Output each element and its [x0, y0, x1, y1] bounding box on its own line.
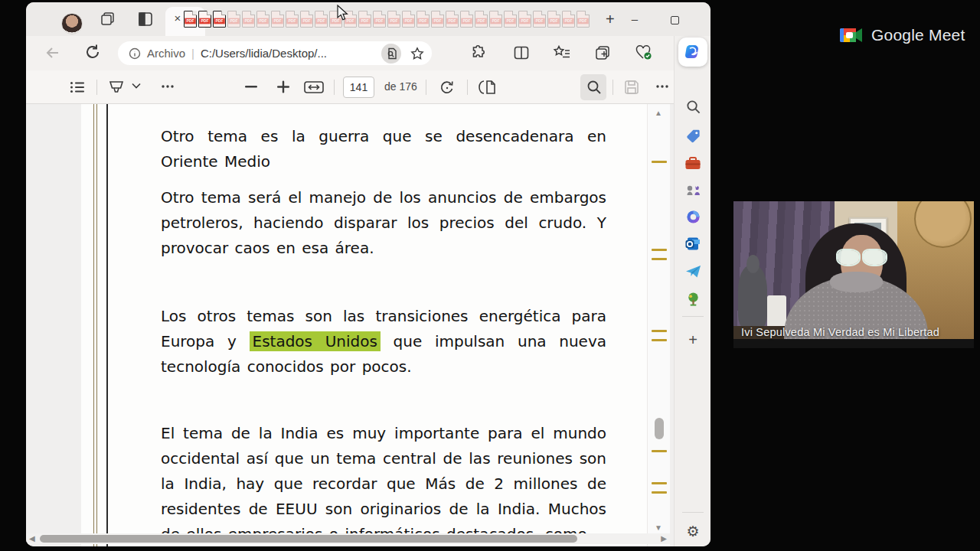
pdf-tab-icon[interactable]: PDF	[184, 11, 197, 28]
zoom-out-icon[interactable]	[245, 86, 257, 88]
new-tab-button[interactable]: +	[606, 11, 615, 28]
pdf-tab-icon[interactable]: PDF	[431, 11, 444, 28]
pdf-tab-icon[interactable]: PDF	[416, 11, 430, 28]
pdf-tab-icon[interactable]: PDF	[198, 11, 211, 28]
browser-essentials-icon[interactable]	[635, 44, 653, 61]
pdf-tab-icon[interactable]: PDF	[446, 11, 459, 28]
copilot-button[interactable]	[678, 37, 707, 67]
paragraph: Los otros temas son las transiciones ene…	[161, 304, 606, 380]
scroll-left-icon[interactable]: ◀	[29, 534, 35, 543]
pdf-toolbar: 141 de 176	[26, 70, 674, 104]
more-tools-icon[interactable]	[161, 84, 175, 89]
pdf-viewer: Otro tema es la guerra que se desencaden…	[26, 104, 674, 546]
pdf-tab-icon[interactable]: PDF	[242, 11, 255, 28]
zoom-in-icon[interactable]	[277, 80, 290, 93]
search-result-marker	[652, 339, 667, 341]
address-row: Archivo | C:/Users/lidia/Desktop/...	[26, 36, 674, 70]
page-margin-line	[96, 104, 97, 546]
sidebar-divider	[682, 512, 704, 513]
pdf-tab-icon[interactable]: PDF	[402, 11, 415, 28]
pdf-tab-icon[interactable]: PDF	[300, 11, 313, 28]
tab-actions-icon[interactable]	[594, 44, 611, 61]
pdf-tab-icon[interactable]: PDF	[533, 11, 546, 28]
close-button[interactable]: ×	[706, 12, 710, 28]
document-text: Otro tema es la guerra que se desencaden…	[161, 124, 606, 546]
refresh-icon[interactable]	[84, 44, 101, 60]
maximize-button[interactable]	[666, 14, 683, 27]
horizontal-scroll-thumb[interactable]	[40, 535, 577, 543]
page-view-icon[interactable]	[478, 79, 498, 96]
pdf-tab-icon[interactable]: PDF	[518, 11, 531, 28]
back-icon[interactable]	[44, 44, 61, 61]
split-screen-icon[interactable]	[513, 44, 530, 61]
minimize-button[interactable]: –	[626, 12, 643, 25]
document-page: Otro tema es la guerra que se desencaden…	[81, 104, 647, 546]
pdf-search-icon[interactable]	[586, 79, 603, 96]
sidebar-microsoft365-icon[interactable]	[675, 209, 710, 225]
toc-icon[interactable]	[69, 79, 86, 96]
search-result-marker	[652, 491, 667, 494]
page-number-input[interactable]: 141	[343, 77, 374, 98]
tab-groups-icon[interactable]	[100, 11, 116, 27]
scroll-down-icon[interactable]: ▼	[655, 523, 662, 532]
pdf-tab-icon[interactable]: PDF	[547, 11, 560, 28]
scroll-up-icon[interactable]: ▲	[655, 109, 662, 117]
pdf-tab-icon[interactable]: PDF	[358, 11, 371, 28]
settings-gear-icon[interactable]: ⚙	[675, 523, 710, 540]
vertical-scrollbar[interactable]: ▲ ▼	[647, 104, 670, 546]
paragraph: Otro tema será el manejo de los anuncios…	[161, 185, 606, 261]
tab-close-icon[interactable]: ×	[171, 11, 185, 24]
pdf-tab-icon[interactable]: PDF	[460, 11, 473, 28]
pdf-tab-icon[interactable]: PDF	[213, 11, 226, 28]
search-in-page-icon[interactable]	[381, 44, 401, 64]
collections-icon[interactable]	[553, 44, 571, 61]
url-text[interactable]: C:/Users/lidia/Desktop/...	[201, 47, 327, 60]
pdf-tab-icon[interactable]: PDF	[475, 11, 488, 28]
pdf-tab-icon[interactable]: PDF	[315, 11, 328, 28]
browser-window: × PDFPDFPDFPDFPDFPDFPDFPDFPDFPDFPDFPDFPD…	[26, 2, 710, 546]
extensions-icon[interactable]	[470, 44, 487, 61]
pdf-tab-icon[interactable]: PDF	[504, 11, 517, 28]
horizontal-scrollbar[interactable]: ◀ ▶	[26, 533, 670, 544]
pdf-tab-icon[interactable]: PDF	[373, 11, 386, 28]
sidebar-outlook-icon[interactable]	[675, 236, 710, 252]
favorite-star-icon[interactable]	[407, 44, 427, 64]
save-icon[interactable]	[623, 79, 640, 96]
sidebar-msn-tree-icon[interactable]	[675, 291, 710, 307]
search-result-marker	[652, 258, 667, 260]
pdf-tab-icon[interactable]: PDF	[387, 11, 400, 28]
address-bar[interactable]: Archivo | C:/Users/lidia/Desktop/...	[118, 41, 432, 65]
sidebar-shopping-icon[interactable]	[675, 128, 710, 144]
fit-width-icon[interactable]	[303, 79, 325, 96]
sidebar-messaging-icon[interactable]	[675, 263, 710, 279]
sidebar-divider	[682, 316, 704, 317]
info-icon[interactable]	[129, 47, 141, 60]
highlighter-icon[interactable]	[107, 79, 126, 96]
sidebar-games-icon[interactable]	[675, 182, 710, 198]
bottle	[767, 295, 786, 328]
pdf-tab-icon[interactable]: PDF	[577, 11, 590, 28]
pdf-tab-icon[interactable]: PDF	[227, 11, 240, 28]
pdf-tab-icon[interactable]: PDF	[489, 11, 502, 28]
sidebar-add-icon[interactable]: +	[675, 331, 710, 349]
vertical-tabs-icon[interactable]	[138, 11, 153, 27]
pdf-tab-icon[interactable]: PDF	[562, 11, 575, 28]
search-result-marker	[652, 482, 667, 484]
vertical-scroll-thumb[interactable]	[655, 418, 664, 439]
rotate-icon[interactable]	[438, 79, 456, 97]
tab-strip: × PDFPDFPDFPDFPDFPDFPDFPDFPDFPDFPDFPDFPD…	[26, 2, 710, 36]
pdf-tab-icon[interactable]: PDF	[256, 11, 270, 28]
participant-video[interactable]: Ivi Sepulveda Mi Verdad es Mi Libertad	[733, 201, 974, 348]
pdf-tab-icon[interactable]: PDF	[271, 11, 284, 28]
scheme-label: Archivo	[147, 47, 185, 60]
sidebar-tools-icon[interactable]	[675, 155, 710, 171]
scroll-right-icon[interactable]: ▶	[661, 534, 667, 543]
sweater-collar	[830, 272, 883, 292]
pdf-more-icon[interactable]	[655, 84, 669, 89]
sidebar-search-icon[interactable]	[675, 99, 710, 115]
pdf-tab-icon[interactable]: PDF	[286, 11, 299, 28]
chevron-down-icon[interactable]	[132, 83, 141, 89]
profile-avatar[interactable]	[61, 13, 83, 34]
mouse-cursor	[337, 5, 349, 21]
paragraph: El tema de la India es muy importante pa…	[161, 421, 606, 546]
